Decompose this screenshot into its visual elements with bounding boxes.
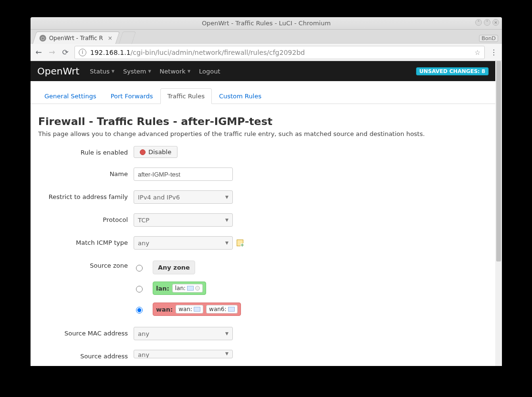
luci-brand[interactable]: OpenWrt — [37, 65, 79, 77]
disable-dot-icon — [140, 149, 146, 155]
caret-down-icon: ▼ — [112, 69, 115, 73]
zone-chip-wan: wan: wan: wan6: — [153, 303, 241, 316]
zone-option-lan[interactable]: lan: lan: — [134, 280, 488, 296]
chevron-down-icon: ▼ — [225, 195, 229, 199]
chevron-down-icon: ▼ — [225, 331, 229, 336]
back-button[interactable]: ← — [34, 48, 43, 57]
iface-chip-wan: wan: — [176, 305, 203, 313]
row-source-mac: Source MAC address any ▼ — [38, 327, 488, 340]
window-title: OpenWrt - Traffic Rules - LuCI - Chromiu… — [202, 20, 331, 27]
tab-custom-rules[interactable]: Custom Rules — [212, 88, 269, 104]
chrome-menu-icon[interactable]: ⋮ — [490, 48, 498, 57]
radio-zone-wan[interactable] — [136, 307, 143, 313]
forward-button[interactable]: → — [48, 48, 56, 57]
page-scrollbar[interactable] — [495, 61, 502, 366]
chevron-down-icon: ▼ — [225, 240, 229, 245]
window-close-icon[interactable]: × — [492, 19, 499, 26]
tab-port-forwards[interactable]: Port Forwards — [104, 88, 160, 104]
row-protocol: Protocol TCP ▼ — [38, 213, 488, 227]
site-info-icon[interactable]: i — [79, 49, 86, 56]
family-select[interactable]: IPv4 and IPv6 ▼ — [134, 190, 233, 204]
browser-tabstrip: ○ OpenWrt - Traffic R × BonD — [31, 30, 502, 44]
zone-option-wan[interactable]: wan: wan: wan6: — [134, 301, 488, 317]
caret-down-icon: ▼ — [148, 69, 151, 73]
menu-logout[interactable]: Logout — [199, 68, 220, 75]
unsaved-changes-badge[interactable]: UNSAVED CHANGES: 8 — [416, 67, 489, 75]
distro-badge: BonD — [479, 35, 498, 42]
label-source-address: Source address — [38, 350, 134, 360]
disable-button[interactable]: Disable — [134, 146, 177, 158]
window-minimize-icon[interactable]: ˄ — [475, 19, 482, 26]
add-list-icon[interactable] — [237, 240, 243, 246]
window-controls: ˄ ˅ × — [475, 19, 499, 26]
row-rule-enabled: Rule is enabled Disable — [38, 146, 488, 158]
luci-header: OpenWrt Status▼ System▼ Network▼ Logout … — [31, 61, 495, 81]
icmp-select[interactable]: any ▼ — [134, 236, 233, 250]
source-address-select[interactable]: any ▼ — [134, 350, 233, 358]
browser-toolbar: ← → ⟳ i 192.168.1.1/cgi-bin/luci/admin/n… — [31, 44, 502, 61]
browser-window: OpenWrt - Traffic Rules - LuCI - Chromiu… — [31, 17, 502, 366]
row-source-zone: Source zone Any zone lan: — [38, 259, 488, 317]
label-family: Restrict to address family — [38, 190, 134, 200]
wifi-icon — [195, 286, 200, 291]
zone-option-any[interactable]: Any zone — [134, 259, 488, 275]
zone-chip-any: Any zone — [153, 261, 195, 274]
page-title: Firewall - Traffic Rules - after-IGMP-te… — [38, 115, 488, 127]
label-name: Name — [38, 167, 134, 178]
browser-tab-active[interactable]: ○ OpenWrt - Traffic R × — [32, 31, 120, 44]
label-rule-enabled: Rule is enabled — [38, 146, 134, 156]
luci-subtabs: General Settings Port Forwards Traffic R… — [31, 81, 495, 104]
luci-page-body: Firewall - Traffic Rules - after-IGMP-te… — [31, 104, 495, 366]
menu-status[interactable]: Status▼ — [90, 68, 115, 75]
zone-chip-lan: lan: lan: — [153, 282, 206, 295]
scroll-thumb[interactable] — [496, 61, 501, 261]
radio-zone-any[interactable] — [136, 265, 143, 272]
tab-title: OpenWrt - Traffic R — [49, 35, 103, 42]
menu-network[interactable]: Network▼ — [160, 68, 190, 75]
page-viewport: OpenWrt Status▼ System▼ Network▼ Logout … — [31, 61, 502, 366]
radio-zone-lan[interactable] — [136, 286, 143, 293]
window-maximize-icon[interactable]: ˅ — [484, 19, 490, 26]
chevron-down-icon: ▼ — [225, 351, 229, 356]
bookmark-star-icon[interactable]: ☆ — [474, 49, 480, 56]
ethernet-icon — [194, 307, 200, 312]
iface-chip-wan6: wan6: — [206, 305, 237, 313]
luci-main-menu: Status▼ System▼ Network▼ Logout — [90, 68, 220, 75]
protocol-select[interactable]: TCP ▼ — [134, 213, 233, 227]
tab-close-icon[interactable]: × — [108, 35, 113, 42]
name-input[interactable] — [134, 167, 233, 181]
caret-down-icon: ▼ — [188, 69, 190, 73]
row-icmp: Match ICMP type any ▼ — [38, 236, 488, 250]
page-description: This page allows you to change advanced … — [38, 130, 488, 137]
menu-system[interactable]: System▼ — [123, 68, 151, 75]
window-titlebar: OpenWrt - Traffic Rules - LuCI - Chromiu… — [31, 17, 502, 30]
chevron-down-icon: ▼ — [225, 218, 229, 222]
label-source-zone: Source zone — [38, 259, 134, 269]
source-mac-select[interactable]: any ▼ — [134, 327, 233, 340]
label-icmp: Match ICMP type — [38, 236, 134, 246]
ethernet-icon — [187, 286, 194, 291]
row-family: Restrict to address family IPv4 and IPv6… — [38, 190, 488, 204]
ethernet-icon — [228, 307, 235, 312]
url-path: /cgi-bin/luci/admin/network/firewall/rul… — [131, 49, 305, 56]
row-source-address: Source address any ▼ — [38, 350, 488, 360]
address-bar[interactable]: i 192.168.1.1/cgi-bin/luci/admin/network… — [74, 46, 485, 59]
tab-general-settings[interactable]: General Settings — [37, 88, 104, 104]
url-host: 192.168.1.1 — [90, 49, 131, 56]
iface-chip-lan: lan: — [172, 284, 203, 293]
label-protocol: Protocol — [38, 213, 134, 223]
row-name: Name — [38, 167, 488, 181]
tab-favicon-icon: ○ — [40, 35, 46, 42]
label-source-mac: Source MAC address — [38, 327, 134, 337]
luci-page: OpenWrt Status▼ System▼ Network▼ Logout … — [31, 61, 495, 366]
new-tab-button[interactable] — [119, 31, 136, 44]
tab-traffic-rules[interactable]: Traffic Rules — [160, 88, 212, 104]
url-text: 192.168.1.1/cgi-bin/luci/admin/network/f… — [90, 49, 305, 56]
reload-button[interactable]: ⟳ — [61, 48, 70, 57]
